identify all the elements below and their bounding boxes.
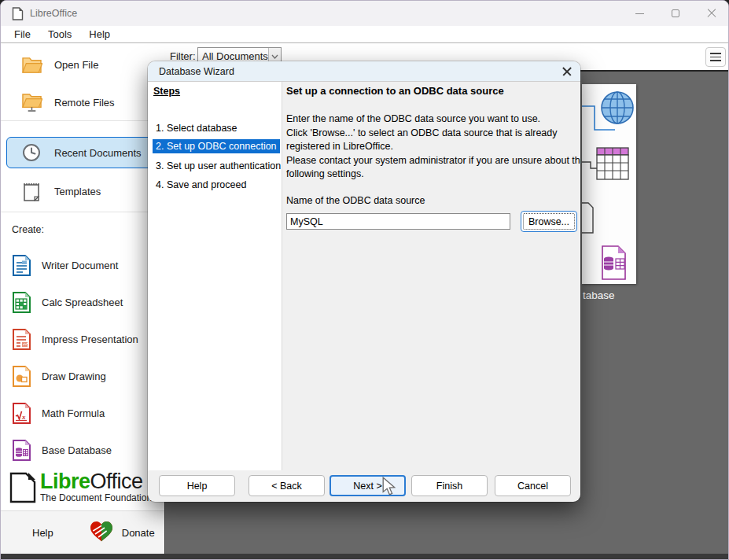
create-section-label: Create: (12, 224, 44, 235)
step-setup-odbc-connection[interactable]: 2. Set up ODBC connection (153, 139, 280, 153)
dialog-title: Database Wizard (159, 66, 234, 77)
open-folder-icon (20, 56, 43, 73)
step-select-database[interactable]: 1. Select database (153, 121, 241, 135)
steps-heading: Steps (153, 86, 180, 97)
maximize-icon (672, 9, 679, 17)
app-document-icon (12, 7, 24, 20)
math-formula-icon: x (10, 402, 32, 425)
create-calc-spreadsheet[interactable]: Calc Spreadsheet (10, 288, 160, 316)
donate-heart-icon[interactable] (89, 519, 114, 546)
recent-document-thumbnail[interactable] (582, 84, 636, 284)
dialog-close-button[interactable] (561, 65, 573, 78)
svg-text:x: x (21, 413, 26, 421)
sidebar-item-label: Recent Documents (54, 147, 142, 159)
hamburger-icon (710, 53, 721, 54)
step-setup-user-authentication[interactable]: 3. Set up user authentication (153, 159, 284, 173)
impress-presentation-icon (10, 328, 32, 351)
donate-link[interactable]: Donate (122, 527, 155, 539)
odbc-name-input[interactable] (286, 213, 510, 230)
create-impress-presentation[interactable]: Impress Presentation (10, 325, 160, 353)
sidebar-item-open-file[interactable]: Open File (6, 49, 160, 80)
clock-icon (20, 143, 43, 162)
writer-document-icon (10, 254, 32, 277)
remote-folder-icon (20, 93, 43, 112)
logo-document-icon (9, 471, 37, 504)
close-icon (562, 67, 572, 76)
create-writer-document[interactable]: Writer Document (10, 251, 160, 279)
logo-tagline: The Document Foundation (40, 493, 152, 503)
sidebar: Open File Remote Files Recent Documents (1, 43, 164, 554)
filter-label: Filter: (170, 50, 196, 62)
help-button[interactable]: Help (159, 475, 235, 496)
wizard-content-panel: Set up a connection to an ODBC data sour… (282, 82, 580, 470)
base-database-icon (10, 439, 32, 462)
create-item-label: Writer Document (42, 260, 118, 271)
minimize-icon (635, 13, 644, 14)
close-icon (707, 9, 716, 18)
create-item-label: Calc Spreadsheet (42, 297, 123, 308)
next-button[interactable]: Next > (330, 475, 406, 496)
finish-button[interactable]: Finish (411, 475, 488, 496)
sidebar-item-label: Templates (54, 186, 101, 197)
step-save-and-proceed[interactable]: 4. Save and proceed (153, 178, 249, 192)
libreoffice-start-center-window: LibreOffice File Tools Help Open File (0, 0, 729, 560)
cancel-button[interactable]: Cancel (495, 475, 571, 496)
create-item-label: Impress Presentation (42, 333, 138, 345)
page-title: Set up a connection to an ODBC data sour… (286, 85, 504, 97)
close-button[interactable] (694, 1, 729, 26)
wizard-steps-panel: Steps 1. Select database 2. Set up ODBC … (148, 82, 282, 470)
sidebar-item-label: Open File (54, 59, 98, 71)
create-draw-drawing[interactable]: Draw Drawing (10, 362, 160, 390)
sidebar-separator (1, 120, 164, 121)
database-preview-graphic (582, 84, 636, 284)
sidebar-item-remote-files[interactable]: Remote Files (6, 87, 160, 118)
calc-spreadsheet-icon (10, 291, 32, 314)
draw-drawing-icon (10, 365, 32, 388)
menu-file[interactable]: File (6, 28, 39, 40)
odbc-name-label: Name of the ODBC data source (286, 195, 425, 206)
window-title: LibreOffice (30, 8, 77, 19)
help-link[interactable]: Help (32, 527, 53, 539)
logo-wordmark: LibreOffice (40, 471, 152, 492)
minimize-button[interactable] (621, 1, 657, 26)
back-button[interactable]: < Back (249, 475, 325, 496)
maximize-button[interactable] (657, 1, 694, 26)
templates-icon (20, 182, 43, 201)
menu-bar: File Tools Help (1, 26, 729, 43)
menu-tools[interactable]: Tools (39, 28, 80, 40)
window-bottom-strip (1, 554, 729, 560)
create-item-label: Draw Drawing (42, 370, 106, 382)
libreoffice-logo: LibreOffice The Document Foundation (9, 471, 163, 509)
description-text: Enter the name of the ODBC data source y… (286, 113, 580, 182)
create-item-label: Math Formula (42, 407, 105, 419)
dialog-title-bar[interactable]: Database Wizard (148, 61, 580, 82)
hamburger-menu-button[interactable] (705, 47, 726, 67)
browse-button[interactable]: Browse... (521, 211, 577, 232)
database-wizard-dialog: Database Wizard Steps 1. Select database… (148, 61, 580, 502)
title-bar: LibreOffice (1, 1, 729, 26)
sidebar-separator (1, 212, 164, 212)
recent-document-name[interactable]: tabase (583, 289, 615, 301)
sidebar-item-label: Remote Files (54, 97, 115, 109)
sidebar-item-recent-documents[interactable]: Recent Documents (6, 137, 160, 168)
sidebar-item-templates[interactable]: Templates (6, 175, 160, 207)
create-base-database[interactable]: Base Database (10, 436, 160, 464)
focus-rectangle (523, 213, 575, 230)
sidebar-footer: Help Donate (1, 510, 164, 554)
create-item-label: Base Database (42, 444, 112, 456)
create-math-formula[interactable]: x Math Formula (10, 399, 160, 427)
menu-help[interactable]: Help (80, 28, 119, 40)
